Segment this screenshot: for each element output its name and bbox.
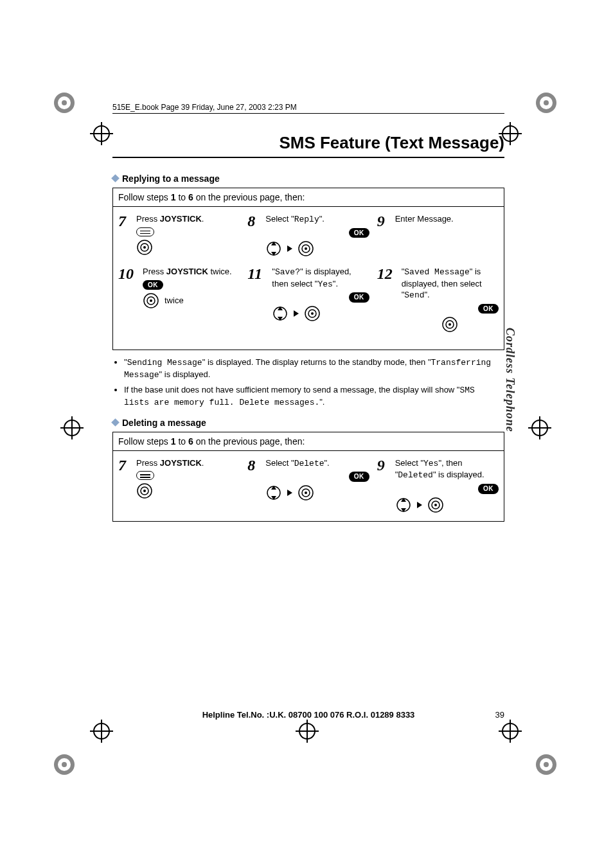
text: JOYSTICK	[160, 458, 202, 468]
step-number: 7	[118, 213, 132, 257]
svg-point-11	[544, 762, 549, 767]
text: Select "	[265, 214, 294, 224]
ok-badge-icon: OK	[478, 304, 499, 314]
follow-steps-reply: Follow steps 1 to 6 on the previous page…	[112, 188, 504, 207]
text: Press	[136, 214, 160, 224]
ok-badge-icon: OK	[349, 228, 369, 238]
text: Select "	[395, 458, 423, 468]
joystick-target-icon	[427, 497, 444, 513]
crosshair-icon	[296, 720, 319, 743]
text: " is displayed.	[159, 369, 211, 379]
step-d7: 7 Press JOYSTICK.	[118, 457, 240, 513]
steps-reply: 7 Press JOYSTICK. 8 Select "Reply". OK	[112, 207, 504, 350]
crosshair-icon	[90, 720, 113, 743]
joystick-target-icon	[136, 239, 153, 256]
step-number: 8	[247, 457, 262, 513]
svg-point-50	[311, 312, 314, 315]
text: Follow steps	[118, 436, 171, 447]
text: " is displayed.	[433, 470, 484, 479]
text: Delete	[294, 459, 324, 468]
crosshair-icon	[60, 416, 84, 439]
step-10: 10 Press JOYSTICK twice. OK twice	[118, 266, 240, 333]
text: ".	[333, 279, 338, 288]
step-7: 7 Press JOYSTICK.	[118, 213, 240, 257]
text: Press	[136, 458, 160, 468]
sms-icon	[136, 471, 154, 480]
joystick-target-icon	[304, 305, 321, 322]
svg-point-35	[143, 246, 146, 249]
svg-point-62	[305, 492, 307, 494]
joystick-arrows-icon	[395, 497, 412, 513]
registration-mark-icon	[51, 90, 77, 116]
book-header: 515E_E.book Page 39 Friday, June 27, 200…	[112, 103, 504, 114]
joystick-target-icon	[441, 316, 458, 333]
text: Reply	[294, 215, 319, 224]
step-number: 11	[247, 266, 268, 333]
crosshair-icon	[528, 416, 551, 439]
text: twice	[164, 295, 184, 306]
text: ".	[425, 290, 430, 299]
svg-point-56	[143, 490, 146, 492]
text: JOYSTICK	[166, 267, 208, 276]
page-number: 39	[479, 710, 504, 720]
notes-list: "Sending Message" is displayed. The disp…	[112, 357, 504, 409]
text: twice.	[208, 267, 232, 276]
text: Follow steps	[118, 192, 171, 202]
joystick-arrows-icon	[265, 484, 282, 501]
step-number: 9	[377, 213, 391, 257]
joystick-arrows-icon	[272, 305, 289, 322]
text: Save?	[275, 267, 300, 277]
page-title: SMS Feature (Text Message)	[112, 133, 504, 158]
text: If the base unit does not have sufficien…	[124, 385, 460, 394]
svg-point-68	[434, 504, 437, 506]
note-item: If the base unit does not have sufficien…	[124, 384, 504, 409]
step-d9: 9 Select "Yes", then "Deleted" is displa…	[377, 457, 499, 513]
follow-steps-delete: Follow steps 1 to 6 on the previous page…	[112, 432, 504, 451]
step-8: 8 Select "Reply". OK	[247, 213, 369, 257]
ok-badge-icon: OK	[349, 472, 369, 482]
steps-delete: 7 Press JOYSTICK. 8 Select "Delete". OK	[112, 451, 504, 522]
text: .	[202, 458, 204, 468]
svg-point-53	[449, 323, 451, 326]
text: Select "	[265, 458, 294, 468]
helpline-text: Helpline Tel.No. :U.K. 08700 100 076 R.O…	[138, 710, 479, 720]
step-number: 7	[118, 457, 132, 513]
text: to	[176, 192, 188, 202]
text: 6	[188, 192, 193, 202]
section-heading-delete-text: Deleting a message	[122, 418, 206, 428]
step-12: 12 "Saved Message" is displayed, then se…	[377, 266, 499, 333]
arrow-right-icon	[287, 490, 292, 496]
joystick-target-icon	[298, 240, 314, 257]
text: Saved Message	[404, 267, 469, 277]
section-heading-delete: Deleting a message	[112, 418, 504, 428]
svg-point-5	[544, 100, 549, 105]
registration-mark-icon	[533, 90, 559, 116]
joystick-target-icon	[143, 292, 159, 309]
joystick-target-icon	[136, 483, 153, 499]
text: 1	[171, 436, 176, 447]
diamond-bullet-icon	[111, 174, 120, 182]
text: to	[176, 436, 188, 447]
text: Yes	[317, 279, 332, 289]
ok-badge-icon: OK	[349, 292, 369, 303]
arrow-right-icon	[287, 245, 292, 252]
text: JOYSTICK	[160, 214, 202, 224]
text: on the previous page, then:	[193, 436, 305, 447]
step-number: 12	[377, 266, 398, 333]
text: " is displayed. The display returns to t…	[202, 357, 431, 367]
text: Yes	[423, 459, 438, 468]
arrow-right-icon	[294, 310, 299, 317]
joystick-arrows-icon	[265, 240, 282, 257]
step-9: 9 Enter Message.	[377, 213, 499, 257]
section-heading-reply: Replying to a message	[112, 173, 504, 184]
text: ".	[319, 397, 324, 407]
step-number: 10	[118, 266, 139, 333]
section-heading-reply-text: Replying to a message	[122, 173, 220, 184]
step-number: 9	[377, 457, 391, 513]
registration-mark-icon	[533, 752, 559, 777]
step-d8: 8 Select "Delete". OK	[247, 457, 369, 513]
text: 6	[188, 436, 193, 447]
ok-badge-icon: OK	[143, 280, 163, 290]
text: Sending Message	[127, 358, 202, 368]
page-content: 515E_E.book Page 39 Friday, June 27, 200…	[112, 103, 504, 720]
